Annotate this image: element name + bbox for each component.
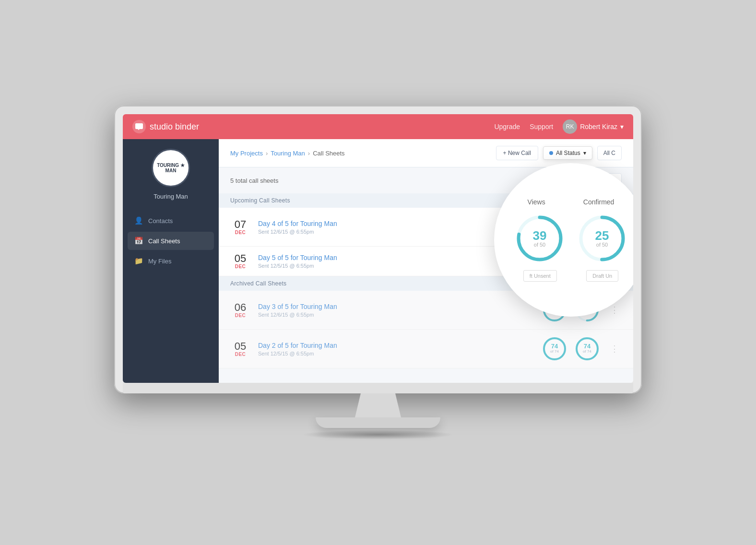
zoom-confirmed-label: Confirmed	[583, 198, 614, 206]
sidebar-label-myfiles: My Files	[148, 258, 171, 265]
status-dot-icon	[549, 151, 553, 155]
monitor-chin	[123, 383, 633, 393]
circle-num: 74	[550, 343, 559, 350]
sheet-sent: Sent 12/6/15 @ 6:55pm	[258, 312, 542, 318]
zoom-draft-badge-2: Draft Un	[586, 270, 618, 282]
avatar: RK	[563, 119, 577, 134]
zoom-draft-badge-1: ft Unsent	[523, 270, 557, 282]
date-month: DEC	[230, 313, 250, 318]
chevron-down-icon: ▾	[620, 123, 624, 130]
date-month: DEC	[230, 230, 250, 235]
zoom-views-num: 39	[533, 229, 547, 242]
date-day: 05	[230, 341, 250, 352]
all-status-label: All Status	[556, 150, 580, 156]
zoom-views-label-inner: 39 of 50	[533, 229, 547, 248]
user-menu[interactable]: RK Robert Kiraz ▾	[563, 119, 624, 134]
confirmed-circle: 74 of 74	[575, 336, 600, 361]
all-filter-dropdown[interactable]: All C	[597, 146, 622, 160]
date-day: 05	[230, 253, 250, 264]
date-block: 05 DEC	[230, 341, 250, 357]
sheet-sent: Sent 12/5/15 @ 6:55pm	[258, 263, 532, 269]
sheet-stats: 74 of 74 74	[542, 336, 622, 361]
upcoming-label: Upcoming Call Sheets	[230, 197, 290, 204]
project-logo: TOURING ★MAN	[152, 149, 190, 187]
topbar: studio binder Upgrade Support RK Robert …	[123, 114, 633, 139]
zoom-confirmed-denom: of 50	[595, 242, 609, 248]
logo-text: studio binder	[150, 122, 199, 132]
archived-label: Archived Call Sheets	[230, 280, 286, 287]
sidebar-label-contacts: Contacts	[148, 217, 173, 225]
topbar-right: Upgrade Support RK Robert Kiraz ▾	[494, 119, 624, 134]
call-sheet-row: 05 DEC Day 2 of 5 for Touring Man Sent 1…	[219, 330, 633, 368]
breadcrumb: My Projects › Touring Man › Call Sheets	[230, 150, 345, 157]
date-day: 07	[230, 219, 250, 230]
sheet-sent: Sent 12/5/15 @ 6:55pm	[258, 351, 542, 356]
project-logo-text: TOURING ★MAN	[157, 163, 185, 173]
circle-denom: of 74	[550, 350, 559, 355]
chevron-down-icon: ▾	[583, 150, 586, 156]
views-circle: 74 of 74	[542, 336, 567, 361]
sheet-title[interactable]: Day 2 of 5 for Touring Man	[258, 342, 542, 349]
zoom-views-denom: of 50	[533, 242, 547, 248]
myfiles-icon: 📁	[134, 257, 143, 265]
zoom-views-label: Views	[528, 198, 545, 206]
circle-label: 74 of 74	[550, 343, 559, 354]
sidebar-nav: 👤 Contacts 📅 Call Sheets 📁 My Files	[123, 212, 219, 272]
monitor-stand-base	[316, 417, 440, 428]
zoom-views-circle: 39 of 50	[516, 214, 564, 262]
shadow-ellipse	[301, 430, 455, 439]
header-actions: + New Call All Status ▾ All C	[496, 146, 622, 160]
circle-label: 74 of 74	[583, 343, 591, 354]
total-count: 5 total call sheets	[230, 177, 278, 184]
zoom-confirmed-label-inner: 25 of 50	[595, 229, 609, 248]
circle-denom: of 74	[583, 350, 591, 355]
date-block: 06 DEC	[230, 302, 250, 318]
all-status-dropdown[interactable]: All Status ▾	[543, 146, 592, 160]
date-day: 06	[230, 302, 250, 313]
sheet-title[interactable]: Day 5 of 5 for Touring Man	[258, 254, 532, 261]
sidebar-label-callsheets: Call Sheets	[148, 237, 180, 245]
logo: studio binder	[132, 120, 199, 133]
date-block: 05 DEC	[230, 253, 250, 269]
breadcrumb-sep-1: ›	[266, 150, 268, 157]
sidebar: TOURING ★MAN Touring Man 👤 Contacts 📅 Ca…	[123, 139, 219, 383]
sidebar-item-callsheets[interactable]: 📅 Call Sheets	[128, 232, 214, 250]
sidebar-item-myfiles[interactable]: 📁 My Files	[128, 252, 214, 270]
sheet-info: Day 2 of 5 for Touring Man Sent 12/5/15 …	[258, 342, 542, 356]
breadcrumb-current: Call Sheets	[313, 150, 344, 157]
zoom-confirmed-num: 25	[595, 229, 609, 242]
breadcrumb-project[interactable]: Touring Man	[271, 150, 305, 157]
more-options-button[interactable]: ⋮	[607, 344, 622, 354]
contacts-icon: 👤	[134, 216, 143, 225]
upgrade-link[interactable]: Upgrade	[494, 123, 520, 130]
content: My Projects › Touring Man › Call Sheets …	[219, 139, 633, 383]
support-link[interactable]: Support	[530, 123, 553, 130]
zoom-confirmed-circle: 25 of 50	[578, 214, 626, 262]
date-block: 07 DEC	[230, 219, 250, 235]
breadcrumb-sep-2: ›	[308, 150, 310, 157]
sidebar-item-contacts[interactable]: 👤 Contacts	[128, 212, 214, 230]
project-name: Touring Man	[154, 193, 188, 200]
circle-num: 74	[583, 343, 591, 350]
logo-icon	[132, 120, 146, 133]
monitor-stand-neck	[349, 393, 407, 417]
callsheets-icon: 📅	[134, 237, 143, 245]
all-filter-label: All C	[603, 150, 615, 156]
sheet-info: Day 5 of 5 for Touring Man Sent 12/5/15 …	[258, 254, 532, 269]
main-area: TOURING ★MAN Touring Man 👤 Contacts 📅 Ca…	[123, 139, 633, 383]
breadcrumb-my-projects[interactable]: My Projects	[230, 150, 263, 157]
user-name: Robert Kiraz	[580, 123, 617, 130]
sheet-info: Day 3 of 5 for Touring Man Sent 12/6/15 …	[258, 303, 542, 318]
date-month: DEC	[230, 352, 250, 357]
new-call-button[interactable]: + New Call	[496, 146, 538, 160]
sheet-title[interactable]: Day 3 of 5 for Touring Man	[258, 303, 542, 310]
date-month: DEC	[230, 264, 250, 269]
more-options-button[interactable]: ⋮	[607, 305, 622, 315]
